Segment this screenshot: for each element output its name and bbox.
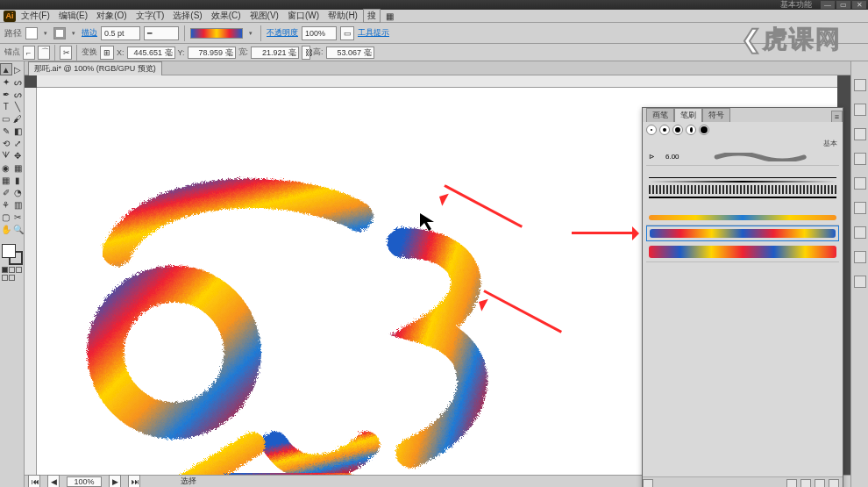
fill-swatch[interactable] (25, 27, 38, 39)
menu-object[interactable]: 对象(O) (93, 9, 130, 23)
panel-menu-icon[interactable]: ≡ (831, 111, 843, 122)
calli-brush-1[interactable] (646, 125, 657, 135)
cut-path-icon[interactable]: ✂ (60, 46, 72, 60)
convert-smooth-icon[interactable]: ⌒ (38, 46, 50, 60)
line-tool[interactable]: ╲ (12, 100, 25, 112)
dock-gradient-icon[interactable] (854, 202, 866, 214)
recolor-tooltip[interactable]: 工具提示 (358, 27, 389, 39)
delete-brush-icon[interactable] (829, 479, 839, 488)
blend-tool[interactable]: ◔ (12, 186, 25, 198)
pen-tool[interactable]: ✒ (0, 88, 12, 100)
shape-builder-tool[interactable]: ◉ (0, 161, 12, 174)
minimize-button[interactable]: — (821, 1, 835, 9)
mesh-tool[interactable]: ▦ (0, 174, 12, 186)
magic-wand-tool[interactable]: ✦ (0, 75, 12, 88)
convert-corner-icon[interactable]: ⌐ (23, 46, 35, 60)
ruler-horizontal[interactable] (37, 75, 837, 88)
art-brush-color-1[interactable] (646, 210, 839, 226)
opacity-link[interactable]: 不透明度 (267, 27, 298, 39)
dock-color-icon[interactable] (854, 79, 866, 91)
stroke-link[interactable]: 描边 (82, 27, 97, 39)
remove-brush-stroke-icon[interactable] (786, 479, 797, 488)
slice-tool[interactable]: ✂ (12, 211, 25, 223)
document-tab[interactable]: 那吒.ai* @ 100% (RGB/GPU 预览) (28, 61, 162, 75)
tab-symbols[interactable]: 符号 (702, 108, 730, 122)
calli-brush-2[interactable] (659, 125, 670, 135)
color-mode-row[interactable] (0, 267, 24, 273)
calli-brush-5[interactable] (699, 125, 709, 135)
rotate-tool[interactable]: ⟲ (0, 137, 12, 149)
artboard-nav-prev[interactable]: ◀ (47, 475, 60, 488)
lasso-tool[interactable]: ᔕ (12, 75, 25, 88)
new-brush-icon[interactable] (815, 479, 825, 488)
graph-tool[interactable]: ▥ (12, 198, 25, 211)
dock-symbols-icon[interactable] (854, 153, 866, 165)
y-field[interactable]: 78.959 毫 (188, 47, 236, 59)
art-brush-group[interactable] (646, 166, 839, 210)
opacity-field[interactable]: 100% (302, 26, 337, 40)
brush-row-wave[interactable]: ⊳ 6.00 (646, 148, 839, 166)
variable-width-profile[interactable]: ━ (144, 26, 179, 40)
artboard-nav-last[interactable]: ⏭ (128, 475, 140, 488)
brush-options-icon[interactable] (800, 479, 811, 488)
fill-dropdown-icon[interactable]: ▾ (41, 30, 50, 37)
paintbrush-tool[interactable]: 🖌 (12, 112, 25, 125)
stroke-swatch[interactable] (53, 27, 66, 39)
close-button[interactable]: ✕ (852, 1, 866, 9)
pencil-tool[interactable]: ✎ (0, 125, 12, 137)
dock-transparency-icon[interactable] (854, 226, 866, 239)
screen-mode-row[interactable] (0, 275, 24, 281)
menu-edit[interactable]: 编辑(E) (55, 9, 91, 23)
perspective-tool[interactable]: ▦ (12, 161, 25, 174)
artboard-nav-next[interactable]: ▶ (109, 475, 121, 488)
zoom-tool[interactable]: 🔍 (12, 223, 25, 235)
curvature-tool[interactable]: ᔕ (12, 88, 25, 100)
menu-effect[interactable]: 效果(C) (208, 9, 245, 23)
stroke-weight-field[interactable]: 0.5 pt (101, 26, 140, 40)
artboard-tool[interactable]: ▢ (0, 211, 12, 223)
dock-brushes-icon[interactable] (854, 128, 866, 140)
tab-brush[interactable]: 画笔 (646, 108, 674, 122)
menu-search[interactable]: 搜 (363, 9, 381, 23)
artboard-nav-first[interactable]: ⏮ (28, 475, 40, 488)
art-brush-color-3[interactable] (646, 241, 839, 262)
scale-tool[interactable]: ⤢ (12, 137, 25, 149)
dock-stroke-icon[interactable] (854, 177, 866, 190)
brush-libraries-icon[interactable] (643, 479, 653, 488)
gradient-tool[interactable]: ▮ (12, 174, 25, 186)
eyedropper-tool[interactable]: ✐ (0, 186, 12, 198)
dock-swatches-icon[interactable] (854, 104, 866, 116)
workspace-switcher[interactable]: 基本功能 (780, 0, 812, 11)
w-field[interactable]: 21.921 毫 (251, 47, 299, 59)
menu-file[interactable]: 文件(F) (18, 9, 53, 23)
stroke-dropdown-icon[interactable]: ▾ (69, 30, 78, 37)
width-tool[interactable]: ᗐ (0, 149, 12, 161)
hand-tool[interactable]: ✋ (0, 223, 12, 235)
dock-appearance-icon[interactable] (854, 251, 866, 263)
calli-brush-3[interactable] (672, 125, 683, 135)
calli-brush-4[interactable] (686, 125, 696, 135)
menu-select[interactable]: 选择(S) (169, 9, 205, 23)
brush-list-empty-area[interactable] (646, 262, 839, 473)
rectangle-tool[interactable]: ▭ (0, 112, 12, 125)
type-tool[interactable]: T (0, 100, 12, 112)
brush-dropdown-icon[interactable]: ▾ (246, 30, 255, 37)
fill-stroke-control[interactable] (2, 244, 23, 265)
link-wh-icon[interactable]: ⛓ (302, 46, 310, 60)
eraser-tool[interactable]: ◧ (12, 125, 25, 137)
x-field[interactable]: 445.651 毫 (127, 47, 175, 59)
menu-window[interactable]: 窗口(W) (284, 9, 323, 23)
menu-view[interactable]: 视图(V) (246, 9, 282, 23)
direct-selection-tool[interactable]: ▷ (12, 63, 25, 75)
maximize-button[interactable]: ▭ (836, 1, 850, 9)
selection-tool[interactable]: ▲ (0, 63, 12, 75)
ruler-vertical[interactable] (25, 88, 37, 475)
tab-brushes[interactable]: 笔刷 (674, 108, 702, 122)
arrange-docs-icon[interactable]: ▦ (382, 11, 397, 22)
menu-help[interactable]: 帮助(H) (324, 9, 361, 23)
symbol-sprayer-tool[interactable]: ⚘ (0, 198, 12, 211)
menu-type[interactable]: 文字(T) (132, 9, 168, 23)
brush-definition-preview[interactable] (190, 28, 243, 39)
graphic-style[interactable]: ▭ (340, 26, 354, 40)
art-brush-color-2-selected[interactable] (646, 226, 839, 241)
